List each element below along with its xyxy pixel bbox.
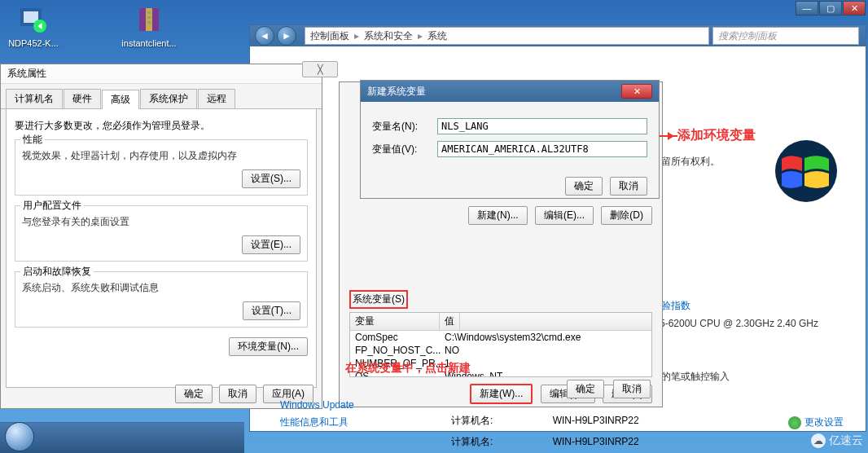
env-ok-button[interactable]: 确定 xyxy=(567,380,604,398)
tab-remote[interactable]: 远程 xyxy=(198,89,235,108)
var-name-label: 变量名(N): xyxy=(372,120,437,134)
annotation-click-new: 在系统变量中，点击新建 xyxy=(345,361,471,376)
user-var-delete-button[interactable]: 删除(D) xyxy=(601,206,652,225)
tab-system-protection[interactable]: 系统保护 xyxy=(140,89,197,108)
windows-update-link[interactable]: Windows Update xyxy=(280,399,354,411)
experience-index-link[interactable]: 体验指数 xyxy=(651,299,818,313)
perf-group: 性能 视觉效果，处理器计划，内存使用，以及虚拟内存 设置(S)... xyxy=(15,139,308,196)
search-input[interactable]: 搜索控制面板 xyxy=(712,27,859,45)
list-row[interactable]: FP_NO_HOST_C...NO xyxy=(350,344,651,357)
svg-rect-6 xyxy=(147,11,151,14)
tab-advanced[interactable]: 高级 xyxy=(102,90,139,109)
var-value-label: 变量值(V): xyxy=(372,143,437,156)
dialog-close-indicator[interactable]: ╳ xyxy=(302,61,338,77)
explorer-titlebar: ◄ ► 控制面板▸ 系统和安全▸ 系统 搜索控制面板 xyxy=(250,25,866,46)
tab-hardware[interactable]: 硬件 xyxy=(64,89,101,108)
desktop-icon-label: NDP452-K... xyxy=(5,38,62,48)
svg-point-9 xyxy=(775,140,837,202)
var-value-input[interactable] xyxy=(437,141,647,157)
svg-rect-8 xyxy=(147,21,151,24)
windows-logo-icon xyxy=(765,139,847,204)
system-vars-label: 系统变量(S) xyxy=(349,290,408,309)
startup-group: 启动和故障恢复 系统启动、系统失败和调试信息 设置(T)... xyxy=(15,271,308,328)
new-system-variable-dialog: 新建系统变量 ✕ 变量名(N): 变量值(V): 确定 取消 xyxy=(360,80,660,199)
annotation-add-env: 添加环境变量 xyxy=(677,127,756,144)
admin-intro-text: 要进行大多数更改，您必须作为管理员登录。 xyxy=(15,119,308,133)
start-button[interactable] xyxy=(5,422,34,451)
user-var-new-button[interactable]: 新建(N)... xyxy=(468,206,528,225)
breadcrumb-item[interactable]: 控制面板 xyxy=(310,29,349,43)
list-row[interactable]: ComSpecC:\Windows\system32\cmd.exe xyxy=(350,331,651,344)
breadcrumb-bar[interactable]: 控制面板▸ 系统和安全▸ 系统 xyxy=(305,27,709,45)
desktop-icon-label: instantclient... xyxy=(121,38,178,48)
window-controls: — ▢ ✕ xyxy=(795,1,866,15)
profile-settings-button[interactable]: 设置(E)... xyxy=(242,235,300,254)
tabs: 计算机名 硬件 高级 系统保护 远程 xyxy=(1,84,322,109)
dialog-title: 系统属性 xyxy=(1,64,322,84)
var-name-input[interactable] xyxy=(437,118,647,134)
computer-name-row: 计算机名: WIN-H9LP3INRP22 xyxy=(451,414,639,428)
env-cancel-button[interactable]: 取消 xyxy=(613,380,651,398)
startup-settings-button[interactable]: 设置(T)... xyxy=(243,301,300,320)
sysprops-cancel-button[interactable]: 取消 xyxy=(219,385,256,403)
perf-settings-button[interactable]: 设置(S)... xyxy=(242,169,300,188)
computer-name-row: 计算机名: WIN-H9LP3INRP22 xyxy=(451,435,639,449)
user-var-edit-button[interactable]: 编辑(E)... xyxy=(535,206,594,225)
breadcrumb-item[interactable]: 系统 xyxy=(427,29,447,43)
desktop-icon-instantclient[interactable]: instantclient... xyxy=(121,3,178,48)
profile-group: 用户配置文件 与您登录有关的桌面设置 设置(E)... xyxy=(15,205,308,262)
system-properties-dialog: 系统属性 ╳ 计算机名 硬件 高级 系统保护 远程 要进行大多数更改，您必须作为… xyxy=(0,64,322,409)
desktop-icon-ndp452[interactable]: NDP452-K... xyxy=(5,3,62,48)
newvar-ok-button[interactable]: 确定 xyxy=(565,177,603,196)
pen-touch-text: 器的笔或触控输入 xyxy=(651,370,818,384)
perf-info-link[interactable]: 性能信息和工具 xyxy=(280,416,354,429)
close-button[interactable]: ✕ xyxy=(843,1,866,15)
maximize-button[interactable]: ▢ xyxy=(819,1,842,15)
minimize-button[interactable]: — xyxy=(796,1,818,15)
nav-back-button[interactable]: ◄ xyxy=(255,26,274,46)
change-settings-link[interactable]: 更改设置 xyxy=(788,416,844,429)
taskbar xyxy=(0,422,244,453)
close-icon[interactable]: ✕ xyxy=(621,84,652,99)
breadcrumb-item[interactable]: 系统和安全 xyxy=(364,29,413,43)
dialog-titlebar: 新建系统变量 ✕ xyxy=(361,81,659,102)
archive-icon xyxy=(133,3,165,36)
cpu-info-text: ) i5-6200U CPU @ 2.30GHz 2.40 GHz xyxy=(651,318,818,329)
installer-icon xyxy=(17,3,50,36)
tab-computer-name[interactable]: 计算机名 xyxy=(6,89,63,108)
nav-forward-button[interactable]: ► xyxy=(277,26,296,46)
watermark: 亿速云 xyxy=(811,433,863,448)
bottom-info: Windows Update 性能信息和工具 xyxy=(280,399,354,434)
env-vars-button[interactable]: 环境变量(N)... xyxy=(229,337,308,356)
newvar-cancel-button[interactable]: 取消 xyxy=(610,177,647,196)
system-var-new-button[interactable]: 新建(W)... xyxy=(470,384,533,404)
list-header: 变量 值 xyxy=(350,313,651,331)
sysprops-ok-button[interactable]: 确定 xyxy=(175,385,213,403)
svg-rect-7 xyxy=(147,16,151,19)
